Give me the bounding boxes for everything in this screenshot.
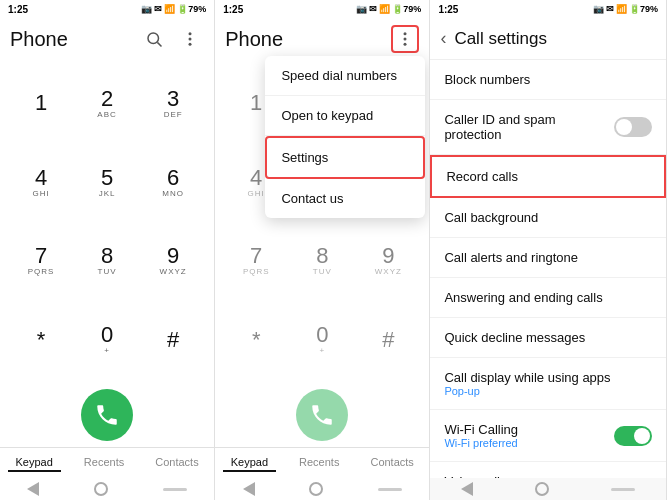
- settings-call-display[interactable]: Call display while using apps Pop-up: [430, 358, 666, 410]
- header-2: Phone: [215, 18, 429, 60]
- header-icons-1: [140, 25, 204, 53]
- record-calls-label: Record calls: [446, 169, 518, 184]
- key-8-p2: 8TUV: [289, 222, 355, 301]
- status-bar-1: 1:25 📷 ✉ 📶 🔋79%: [0, 0, 214, 18]
- key-8[interactable]: 8TUV: [74, 222, 140, 301]
- call-alerts-label: Call alerts and ringtone: [444, 250, 578, 265]
- nav-recents-1[interactable]: Recents: [76, 454, 132, 472]
- status-bar-2: 1:25 📷 ✉ 📶 🔋79%: [215, 0, 429, 18]
- panel3: 1:25 📷 ✉ 📶 🔋79% ‹ Call settings Block nu…: [430, 0, 667, 500]
- call-btn-row-2: [215, 383, 429, 447]
- toggle-thumb-wifi: [634, 428, 650, 444]
- key-2[interactable]: 2ABC: [74, 64, 140, 143]
- svg-point-5: [404, 32, 407, 35]
- key-4[interactable]: 4GHI: [8, 143, 74, 222]
- dropdown-speed-dial[interactable]: Speed dial numbers: [265, 56, 425, 96]
- phone-title-1: Phone: [10, 28, 68, 51]
- home-bar-3: [430, 478, 666, 500]
- bottom-nav-1: Keypad Recents Contacts: [0, 447, 214, 478]
- settings-record-calls[interactable]: Record calls: [430, 155, 666, 198]
- nav-contacts-2[interactable]: Contacts: [362, 454, 421, 472]
- key-6[interactable]: 6MNO: [140, 143, 206, 222]
- answering-ending-label: Answering and ending calls: [444, 290, 602, 305]
- home-icon-2: [309, 482, 323, 496]
- call-button-1[interactable]: [81, 389, 133, 441]
- key-0[interactable]: 0+: [74, 300, 140, 379]
- settings-title: Call settings: [454, 29, 547, 49]
- settings-header: ‹ Call settings: [430, 18, 666, 60]
- key-5[interactable]: 5JKL: [74, 143, 140, 222]
- settings-voicemail[interactable]: Voicemail: [430, 462, 666, 478]
- key-hash[interactable]: #: [140, 300, 206, 379]
- call-button-2: [296, 389, 348, 441]
- key-9[interactable]: 9WXYZ: [140, 222, 206, 301]
- settings-quick-decline[interactable]: Quick decline messages: [430, 318, 666, 358]
- caller-id-toggle[interactable]: [614, 117, 652, 137]
- recent-icon-3: [611, 488, 635, 491]
- svg-point-0: [148, 33, 159, 44]
- call-display-label: Call display while using apps: [444, 370, 610, 385]
- dropdown-open-keypad[interactable]: Open to keypad: [265, 96, 425, 136]
- nav-keypad-2[interactable]: Keypad: [223, 454, 276, 472]
- svg-point-7: [404, 43, 407, 46]
- status-icons-1: 📷 ✉ 📶 🔋79%: [141, 4, 206, 14]
- bottom-nav-2: Keypad Recents Contacts: [215, 447, 429, 478]
- key-1[interactable]: 1: [8, 64, 74, 143]
- home-bar-1: [0, 478, 214, 500]
- nav-recents-2[interactable]: Recents: [291, 454, 347, 472]
- nav-keypad-1[interactable]: Keypad: [8, 454, 61, 472]
- time-3: 1:25: [438, 4, 458, 15]
- call-background-label: Call background: [444, 210, 538, 225]
- more-button-2[interactable]: [391, 25, 419, 53]
- home-icon-3: [535, 482, 549, 496]
- settings-wifi-calling[interactable]: Wi-Fi Calling Wi-Fi preferred: [430, 410, 666, 462]
- settings-call-background[interactable]: Call background: [430, 198, 666, 238]
- keypad-1: 1 2ABC 3DEF 4GHI 5JKL 6MNO 7PQRS 8TUV 9W…: [0, 60, 214, 383]
- key-0-p2: 0+: [289, 300, 355, 379]
- key-7-p2: 7PQRS: [223, 222, 289, 301]
- status-icons-2: 📷 ✉ 📶 🔋79%: [356, 4, 421, 14]
- dropdown-menu: Speed dial numbers Open to keypad Settin…: [265, 56, 425, 218]
- settings-call-alerts[interactable]: Call alerts and ringtone: [430, 238, 666, 278]
- settings-answering-ending[interactable]: Answering and ending calls: [430, 278, 666, 318]
- status-icons-3: 📷 ✉ 📶 🔋79%: [593, 4, 658, 14]
- header-1: Phone: [0, 18, 214, 60]
- phone-title-2: Phone: [225, 28, 283, 51]
- panel2: 1:25 📷 ✉ 📶 🔋79% Phone Speed dial numbers…: [215, 0, 430, 500]
- wifi-calling-sub: Wi-Fi preferred: [444, 437, 518, 449]
- dropdown-settings[interactable]: Settings: [265, 136, 425, 179]
- svg-point-6: [404, 38, 407, 41]
- status-bar-3: 1:25 📷 ✉ 📶 🔋79%: [430, 0, 666, 18]
- call-display-sub: Pop-up: [444, 385, 610, 397]
- wifi-calling-label: Wi-Fi Calling: [444, 422, 518, 437]
- toggle-thumb-caller-id: [616, 119, 632, 135]
- key-hash-p2: #: [355, 300, 421, 379]
- back-icon-2: [243, 482, 255, 496]
- svg-point-4: [189, 43, 192, 46]
- key-3[interactable]: 3DEF: [140, 64, 206, 143]
- time-1: 1:25: [8, 4, 28, 15]
- key-star[interactable]: *: [8, 300, 74, 379]
- panel1: 1:25 📷 ✉ 📶 🔋79% Phone 1 2ABC 3D: [0, 0, 215, 500]
- back-button[interactable]: ‹: [440, 28, 446, 49]
- settings-caller-id[interactable]: Caller ID and spam protection: [430, 100, 666, 155]
- home-icon-1: [94, 482, 108, 496]
- home-bar-2: [215, 478, 429, 500]
- header-icons-2: [391, 25, 419, 53]
- dropdown-contact-us[interactable]: Contact us: [265, 179, 425, 218]
- recent-icon-1: [163, 488, 187, 491]
- key-7[interactable]: 7PQRS: [8, 222, 74, 301]
- nav-contacts-1[interactable]: Contacts: [147, 454, 206, 472]
- time-2: 1:25: [223, 4, 243, 15]
- key-star-p2: *: [223, 300, 289, 379]
- key-9-p2: 9WXYZ: [355, 222, 421, 301]
- wifi-calling-toggle[interactable]: [614, 426, 652, 446]
- settings-list: Block numbers Caller ID and spam protect…: [430, 60, 666, 478]
- caller-id-label: Caller ID and spam protection: [444, 112, 614, 142]
- call-btn-row-1: [0, 383, 214, 447]
- search-button-1[interactable]: [140, 25, 168, 53]
- svg-point-3: [189, 38, 192, 41]
- more-button-1[interactable]: [176, 25, 204, 53]
- settings-block-numbers[interactable]: Block numbers: [430, 60, 666, 100]
- block-numbers-label: Block numbers: [444, 72, 530, 87]
